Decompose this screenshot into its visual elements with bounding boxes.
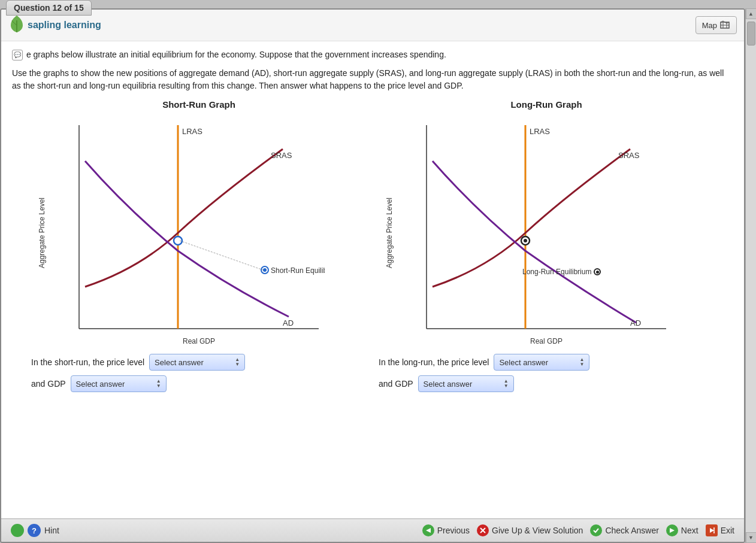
check-answer-icon: [590, 524, 602, 536]
hint-green-icon: [11, 524, 24, 537]
hint-label: Hint: [44, 526, 59, 535]
svg-text:LRAS: LRAS: [182, 127, 202, 136]
long-run-price-label: In the long-run, the price level: [379, 357, 489, 367]
long-run-gdp-answer-row: and GDP Select answer ▲ ▼: [379, 375, 714, 392]
exit-button[interactable]: Exit: [706, 524, 734, 536]
map-button-label: Map: [702, 21, 717, 30]
give-up-label: Give Up & View Solution: [492, 526, 583, 535]
long-run-graph-svg: Aggregate Price Level Real GDP LRAS SRAS…: [379, 113, 672, 347]
question-paragraph-2: Use the graphs to show the new positions…: [12, 67, 733, 92]
hint-bulb-icon: ?: [28, 524, 41, 537]
svg-text:SRAS: SRAS: [271, 151, 292, 160]
logo-leaf-icon: [8, 14, 25, 36]
short-run-price-dropdown-value: Select answer: [155, 358, 204, 367]
question-title: Question 12 of 15: [6, 0, 92, 16]
svg-text:Aggregate Price Level: Aggregate Price Level: [38, 198, 46, 268]
svg-point-13: [174, 236, 182, 245]
short-run-gdp-label: and GDP: [31, 379, 66, 389]
give-up-icon: [477, 524, 489, 536]
short-run-gdp-dropdown-arrows: ▲ ▼: [156, 379, 161, 389]
long-run-price-answer-row: In the long-run, the price level Select …: [379, 354, 714, 371]
main-window: sapling learning Map 💬 e graphs below il…: [0, 8, 745, 543]
previous-button[interactable]: Previous: [422, 524, 470, 536]
long-run-equilibrium-label: Long-Run Equilibrium: [522, 268, 601, 276]
svg-line-16: [180, 241, 263, 270]
previous-label: Previous: [437, 526, 470, 535]
logo: sapling learning: [8, 14, 101, 36]
svg-text:Aggregate Price Level: Aggregate Price Level: [385, 198, 394, 268]
svg-text:Short-Run Equilibrium: Short-Run Equilibrium: [271, 266, 325, 275]
bottom-toolbar: ? Hint Previous Give Up & View Solution: [1, 518, 744, 542]
map-button[interactable]: Map: [695, 16, 737, 34]
short-run-graph-section: Short-Run Graph Aggregate Price Level Re…: [31, 99, 367, 392]
svg-text:Real GDP: Real GDP: [530, 337, 563, 345]
map-icon: [719, 20, 730, 31]
svg-point-15: [263, 268, 267, 272]
short-run-gdp-answer-row: and GDP Select answer ▲ ▼: [31, 375, 367, 392]
question-paragraph-1: 💬 e graphs below illustrate an initial e…: [12, 48, 733, 61]
check-answer-button[interactable]: Check Answer: [590, 524, 658, 536]
short-run-price-dropdown-arrows: ▲ ▼: [235, 357, 240, 367]
short-run-price-answer-row: In the short-run, the price level Select…: [31, 354, 367, 371]
short-run-graph-wrapper: Aggregate Price Level Real GDP LRAS SRAS…: [31, 113, 367, 349]
svg-text:Real GDP: Real GDP: [183, 337, 215, 345]
chat-icon: 💬: [12, 50, 23, 60]
svg-marker-34: [426, 528, 431, 533]
next-icon: [666, 524, 678, 536]
content-area: 💬 e graphs below illustrate an initial e…: [1, 41, 744, 518]
short-run-price-label: In the short-run, the price level: [31, 357, 144, 367]
long-run-price-dropdown-arrows: ▲ ▼: [580, 357, 585, 367]
short-run-price-dropdown[interactable]: Select answer ▲ ▼: [149, 354, 245, 371]
long-run-price-dropdown[interactable]: Select answer ▲ ▼: [494, 354, 589, 371]
svg-text:AD: AD: [630, 318, 641, 327]
long-run-gdp-dropdown-value: Select answer: [424, 380, 473, 389]
exit-icon: [706, 524, 718, 536]
next-label: Next: [681, 526, 698, 535]
svg-marker-37: [670, 528, 675, 533]
check-answer-label: Check Answer: [605, 526, 658, 535]
long-run-gdp-label: and GDP: [379, 379, 413, 389]
short-run-gdp-dropdown-value: Select answer: [76, 380, 125, 389]
svg-text:LRAS: LRAS: [530, 127, 550, 136]
svg-text:AD: AD: [283, 318, 294, 327]
svg-marker-38: [710, 528, 714, 533]
long-run-gdp-dropdown-arrows: ▲ ▼: [504, 379, 509, 389]
long-run-gdp-dropdown[interactable]: Select answer ▲ ▼: [418, 375, 514, 392]
hint-button[interactable]: ? Hint: [11, 524, 59, 537]
long-run-graph-section: Long-Run Graph Aggregate Price Level Rea…: [379, 99, 714, 392]
toolbar-buttons: Previous Give Up & View Solution Check A…: [422, 524, 734, 536]
scroll-down-arrow[interactable]: ▼: [746, 532, 757, 543]
long-run-price-dropdown-value: Select answer: [499, 358, 548, 367]
short-run-graph-title: Short-Run Graph: [31, 99, 367, 110]
give-up-button[interactable]: Give Up & View Solution: [477, 524, 583, 536]
exit-label: Exit: [721, 526, 734, 535]
short-run-gdp-dropdown[interactable]: Select answer ▲ ▼: [71, 375, 167, 392]
header: sapling learning Map: [1, 10, 744, 41]
logo-text: sapling learning: [28, 20, 101, 31]
previous-icon: [422, 524, 434, 536]
long-run-graph-wrapper: Aggregate Price Level Real GDP LRAS SRAS…: [379, 113, 714, 349]
short-run-graph-svg: Aggregate Price Level Real GDP LRAS SRAS…: [31, 113, 325, 347]
next-button[interactable]: Next: [666, 524, 698, 536]
long-run-graph-title: Long-Run Graph: [379, 99, 714, 110]
svg-point-27: [524, 239, 527, 242]
graphs-container: Short-Run Graph Aggregate Price Level Re…: [12, 99, 733, 392]
scroll-thumb[interactable]: [747, 22, 755, 45]
svg-point-33: [14, 527, 20, 533]
svg-text:SRAS: SRAS: [618, 151, 640, 160]
scroll-up-arrow[interactable]: ▲: [746, 8, 757, 19]
scrollbar[interactable]: ▲ ▼: [745, 8, 756, 543]
